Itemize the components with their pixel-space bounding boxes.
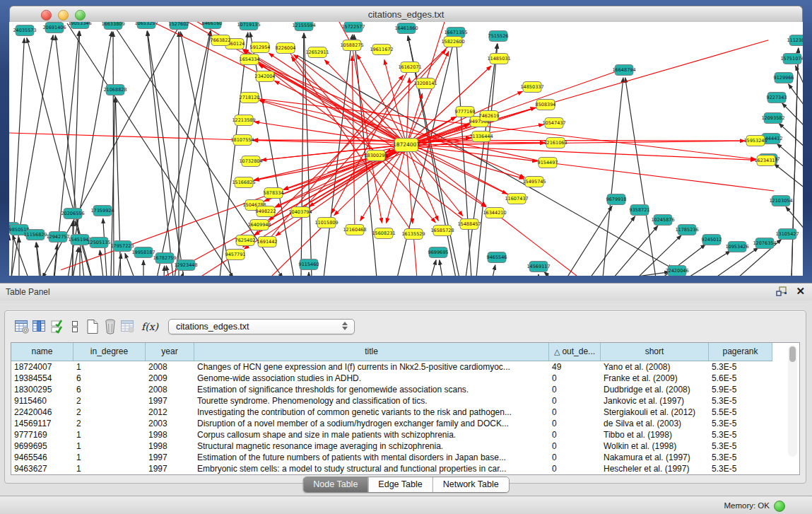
graph-node-yellow[interactable]: 2342004 — [255, 71, 276, 82]
table-settings-icon[interactable] — [13, 318, 30, 335]
column-header-short[interactable]: short — [601, 343, 709, 361]
network-window-titlebar[interactable]: citations_edges.txt — [9, 6, 803, 23]
delete-table-icon[interactable] — [102, 318, 119, 335]
table-row[interactable]: 1456911722003Disruption of a novel membe… — [11, 418, 799, 429]
graph-node-teal[interactable]: 14569117 — [526, 262, 550, 272]
table-row[interactable]: 946362711997Embryonic stem cells: a mode… — [11, 463, 799, 474]
graph-node-teal[interactable]: 12923448 — [174, 260, 197, 271]
graph-node-teal[interactable]: 21068828 — [103, 85, 126, 95]
graph-node-yellow[interactable]: 18300295 — [364, 151, 387, 161]
graph-node-yellow[interactable]: 12161063 — [543, 138, 567, 148]
graph-node-yellow[interactable]: 15488457 — [457, 219, 481, 230]
rows-icon[interactable] — [66, 318, 83, 335]
graph-node-teal[interactable]: 12093582 — [761, 113, 784, 124]
graph-node-teal[interactable]: 12155594 — [292, 22, 315, 31]
graph-node-yellow[interactable]: 2718120 — [240, 93, 260, 103]
graph-node-teal[interactable]: 22420046 — [665, 266, 688, 276]
graph-node-teal[interactable]: 10245876 — [651, 215, 674, 226]
function-builder-icon[interactable]: f(x) — [141, 321, 158, 332]
graph-node-teal[interactable]: 13105427 — [775, 229, 799, 240]
graph-node-teal[interactable]: 15722577 — [341, 22, 365, 33]
graph-node-teal[interactable]: 9699695 — [428, 247, 449, 258]
graph-node-teal[interactable]: 7515526 — [488, 31, 509, 42]
graph-node-teal[interactable]: 11156829 — [23, 230, 47, 240]
graph-node-teal[interactable]: 19053346 — [68, 22, 91, 29]
graph-node-yellow[interactable]: 5878334 — [264, 188, 284, 199]
graph-node-teal[interactable]: 16461860 — [394, 23, 418, 34]
graph-node-yellow[interactable]: 12213589 — [232, 115, 255, 126]
graph-node-yellow[interactable]: 8508394 — [536, 100, 556, 110]
graph-node-yellow[interactable]: 15608231 — [372, 228, 395, 239]
graph-node-yellow[interactable]: 14850337 — [520, 82, 543, 93]
graph-node-teal[interactable]: 16782759 — [153, 253, 176, 264]
table-row[interactable]: 946554611997Estimation of the future num… — [11, 452, 799, 463]
graph-node-yellow[interactable]: 16585728 — [430, 226, 454, 236]
graph-node-yellow[interactable]: 16135529 — [401, 229, 425, 240]
import-table-icon[interactable] — [119, 318, 136, 335]
graph-node-yellow[interactable]: 9498222 — [256, 206, 276, 217]
network-table-select[interactable]: citations_edges.txt — [168, 319, 355, 334]
graph-node-yellow[interactable]: 7462619 — [479, 111, 500, 122]
table-row[interactable]: 977716911998Corpus callosum shape and si… — [11, 429, 799, 440]
graph-node-yellow[interactable]: 7625402 — [235, 235, 256, 246]
graph-node-teal[interactable]: 12103054 — [769, 196, 792, 206]
graph-node-hub[interactable]: 18724007 — [393, 139, 420, 152]
column-header-year[interactable]: year — [146, 343, 194, 361]
graph-node-teal[interactable]: 19958187 — [131, 247, 155, 258]
graph-node-teal[interactable]: 1527602 — [169, 22, 189, 30]
tab-node-table[interactable]: Node Table — [303, 477, 367, 492]
graph-node-yellow[interactable]: 15822600 — [441, 37, 464, 47]
graph-node-teal[interactable]: 9227343 — [767, 93, 787, 103]
graph-node-yellow[interactable]: 18107554 — [230, 135, 254, 146]
graph-node-yellow[interactable]: 1691442 — [257, 237, 278, 247]
graph-node-yellow[interactable]: 16409948 — [247, 220, 271, 230]
graph-node-teal[interactable]: 6466160 — [202, 22, 223, 29]
row-select-icon[interactable] — [49, 318, 66, 335]
column-header-in_degree[interactable]: in_degree — [73, 343, 146, 361]
graph-node-teal[interactable]: 12076354 — [753, 238, 776, 249]
new-table-icon[interactable] — [84, 318, 101, 335]
graph-node-teal[interactable]: 16648794 — [612, 65, 635, 76]
table-row[interactable]: 1938455462009Genome-wide association stu… — [11, 373, 799, 384]
graph-node-teal[interactable]: 12942757 — [46, 232, 69, 243]
graph-node-teal[interactable]: 10953426 — [725, 242, 748, 252]
network-graph[interactable]: 2403557320691406190533461663380910653257… — [9, 22, 803, 276]
graph-node-teal[interactable]: 9465546 — [487, 252, 507, 263]
graph-node-yellow[interactable]: 15495745 — [522, 177, 546, 187]
table-row[interactable]: 2242004622012Investigating the contribut… — [11, 407, 799, 418]
graph-node-yellow[interactable]: 16344210 — [483, 208, 506, 218]
graph-node-teal[interactable]: 9245012 — [702, 235, 722, 245]
graph-node-yellow[interactable]: 7663822 — [211, 35, 231, 46]
graph-node-yellow[interactable]: 1654334 — [240, 54, 260, 65]
graph-node-teal[interactable]: 17359924 — [90, 206, 114, 216]
graph-node-teal[interactable]: 17957223 — [110, 241, 134, 252]
graph-node-teal[interactable]: 12505135 — [87, 238, 110, 248]
column-header-name[interactable]: name — [11, 343, 73, 361]
graph-node-teal[interactable]: 24035573 — [13, 25, 36, 36]
graph-node-yellow[interactable]: 9457791 — [225, 250, 246, 260]
column-header-out_de[interactable]: △out_de... — [549, 343, 601, 361]
graph-node-teal[interactable]: 9115460 — [299, 259, 319, 270]
graph-node-yellow[interactable]: 10588275 — [340, 40, 363, 51]
graph-node-yellow[interactable]: 16234317 — [754, 156, 777, 166]
graph-node-yellow[interactable]: 8226004 — [276, 43, 296, 54]
column-header-pagerank[interactable]: pagerank — [709, 343, 772, 361]
graph-node-yellow[interactable]: 10732804 — [239, 156, 262, 167]
graph-node-yellow[interactable]: 10403794 — [288, 207, 312, 218]
table-row[interactable]: 1830029562008Estimation of significance … — [11, 384, 799, 395]
graph-node-yellow[interactable]: 11485031 — [487, 54, 510, 64]
graph-node-yellow[interactable]: 9154497 — [538, 158, 558, 168]
graph-node-yellow[interactable]: 10547437 — [542, 118, 565, 129]
graph-node-yellow[interactable]: 13208141 — [413, 78, 437, 89]
tab-network-table[interactable]: Network Table — [433, 477, 509, 492]
scrollbar-thumb[interactable] — [789, 346, 796, 362]
table-row[interactable]: 969969511998Structural magnetic resonanc… — [11, 440, 799, 452]
graph-node-teal[interactable]: 10719135 — [237, 22, 260, 30]
graph-node-yellow[interactable]: 11015809 — [314, 218, 338, 228]
graph-node-yellow[interactable]: 21336444 — [469, 132, 493, 142]
graph-node-yellow[interactable]: 5912954 — [250, 42, 271, 53]
graph-node-yellow[interactable]: 11607437 — [505, 194, 528, 204]
graph-node-yellow[interactable]: 16162071 — [398, 62, 421, 73]
graph-node-teal[interactable]: 10653257 — [134, 22, 158, 29]
column-header-title[interactable]: title — [194, 343, 549, 361]
